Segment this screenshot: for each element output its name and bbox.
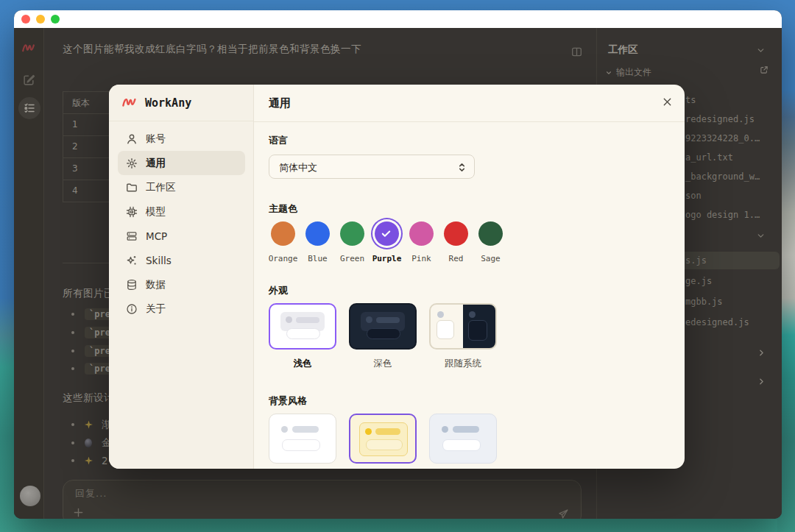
file-item[interactable]: a_url.txt bbox=[685, 152, 733, 163]
zoom-window-button[interactable] bbox=[51, 15, 60, 24]
chevron-down-icon[interactable] bbox=[756, 46, 766, 55]
toggle-panel-icon[interactable] bbox=[571, 46, 582, 57]
chip-icon bbox=[126, 206, 138, 218]
nav-item-data[interactable]: 数据 bbox=[118, 272, 245, 297]
file-item[interactable]: s.js bbox=[685, 255, 707, 266]
tasks-icon-background[interactable] bbox=[18, 97, 40, 119]
appearance-system-card[interactable] bbox=[429, 303, 497, 350]
nav-item-general[interactable]: 通用 bbox=[118, 151, 245, 175]
settings-modal: WorkAny 账号 通用 bbox=[109, 85, 685, 469]
close-window-button[interactable] bbox=[21, 15, 30, 24]
output-files-section[interactable]: 输出文件 bbox=[605, 66, 651, 79]
workany-logo-icon bbox=[21, 43, 38, 54]
appearance-option-light[interactable]: 浅色 bbox=[269, 358, 336, 370]
chevron-down-icon[interactable] bbox=[756, 231, 766, 241]
database-icon bbox=[126, 279, 138, 291]
send-icon[interactable] bbox=[558, 508, 569, 519]
language-label: 语言 bbox=[269, 134, 288, 147]
appearance-option-system[interactable]: 跟随系统 bbox=[429, 358, 497, 370]
task-list-icon bbox=[24, 102, 35, 114]
swatch-purple-selected[interactable]: Purple bbox=[370, 221, 404, 263]
chevron-right-icon[interactable] bbox=[757, 377, 766, 386]
folder-icon bbox=[126, 182, 138, 194]
nav-item-skills[interactable]: Skills bbox=[118, 248, 245, 272]
file-item[interactable]: _background_w… bbox=[685, 171, 760, 182]
swatch-red[interactable]: Red bbox=[439, 221, 473, 263]
dark-sphere-emoji bbox=[85, 439, 92, 447]
swatch-orange[interactable]: Orange bbox=[266, 221, 300, 263]
user-message: 这个图片能帮我改成红底白字吗？相当于把前景色和背景色换一下 bbox=[63, 43, 519, 56]
list-item: 金 bbox=[71, 436, 112, 450]
file-item[interactable]: ogo design 1.… bbox=[685, 210, 760, 220]
color-circle[interactable] bbox=[478, 221, 503, 246]
app-icon-sidebar bbox=[14, 28, 44, 519]
window-titlebar[interactable] bbox=[14, 10, 782, 28]
appearance-option-dark[interactable]: 深色 bbox=[349, 358, 417, 370]
table-header-cell: 版本 bbox=[63, 92, 110, 113]
theme-label: 主题色 bbox=[269, 202, 297, 216]
list-item: 2 bbox=[71, 455, 108, 467]
language-select[interactable]: 简体中文 bbox=[269, 155, 475, 179]
minimize-window-button[interactable] bbox=[36, 15, 45, 24]
gear-icon bbox=[126, 157, 138, 169]
swatch-blue[interactable]: Blue bbox=[300, 221, 335, 263]
external-link-icon[interactable] bbox=[760, 65, 768, 74]
file-item[interactable]: ge.js bbox=[685, 276, 712, 286]
bg-style-cool-card[interactable] bbox=[429, 414, 497, 464]
bullet-icon bbox=[71, 441, 74, 444]
color-circle[interactable] bbox=[305, 221, 330, 246]
file-item[interactable]: son bbox=[685, 191, 702, 201]
close-icon[interactable] bbox=[662, 96, 673, 107]
new-chat-icon[interactable] bbox=[23, 74, 35, 86]
appearance-dark-card[interactable] bbox=[349, 303, 417, 350]
nav-item-models[interactable]: 模型 bbox=[118, 199, 245, 224]
brand-row: WorkAny bbox=[109, 85, 253, 121]
nav-item-about[interactable]: 关于 bbox=[118, 297, 245, 321]
bullet-icon bbox=[71, 367, 74, 370]
settings-sidebar: WorkAny 账号 通用 bbox=[109, 85, 254, 469]
bullet-icon bbox=[71, 350, 74, 352]
assistant-text: 所有图片已 bbox=[63, 287, 114, 300]
color-circle[interactable] bbox=[444, 221, 468, 246]
nav-item-mcp[interactable]: MCP bbox=[118, 224, 245, 248]
workany-logo-icon bbox=[121, 97, 139, 108]
language-value: 简体中文 bbox=[279, 161, 317, 174]
select-updown-icon bbox=[457, 162, 467, 173]
bullet-icon bbox=[71, 331, 74, 334]
theme-swatches: Orange Blue Green bbox=[266, 221, 508, 263]
settings-nav: 账号 通用 工作区 bbox=[118, 127, 245, 321]
file-item[interactable]: ts bbox=[685, 95, 696, 105]
color-circle[interactable] bbox=[271, 221, 295, 246]
settings-content: 通用 语言 简体中文 主题色 Orange bbox=[254, 85, 685, 469]
settings-header: 通用 bbox=[254, 85, 685, 122]
reply-input[interactable]: 回复... bbox=[63, 480, 582, 519]
bg-style-warm-card-selected[interactable] bbox=[349, 414, 417, 464]
file-item[interactable]: 9223324228_0.… bbox=[685, 133, 760, 143]
color-circle[interactable] bbox=[340, 221, 364, 246]
swatch-pink[interactable]: Pink bbox=[404, 221, 439, 263]
nav-item-workspace[interactable]: 工作区 bbox=[118, 175, 245, 199]
info-icon bbox=[126, 303, 138, 315]
chevron-right-icon[interactable] bbox=[757, 348, 766, 358]
appearance-cards bbox=[269, 303, 497, 350]
user-avatar[interactable] bbox=[20, 486, 40, 506]
bg-style-plain-card[interactable] bbox=[269, 414, 336, 464]
file-item[interactable]: mgbb.js bbox=[685, 297, 723, 307]
appearance-label: 外观 bbox=[269, 284, 288, 297]
attach-plus-icon[interactable] bbox=[73, 507, 84, 518]
appearance-light-card[interactable] bbox=[269, 303, 336, 350]
file-item[interactable]: redesigned.js bbox=[685, 114, 755, 124]
page-title: 通用 bbox=[269, 96, 291, 110]
nav-item-account[interactable]: 账号 bbox=[118, 127, 245, 151]
color-circle[interactable] bbox=[409, 221, 434, 246]
color-circle[interactable] bbox=[375, 221, 399, 246]
server-icon bbox=[126, 230, 138, 242]
brand-name: WorkAny bbox=[145, 96, 191, 110]
assistant-text: 这些新设计 bbox=[63, 391, 114, 405]
sparkles-emoji bbox=[85, 457, 93, 465]
file-item[interactable]: edesigned.js bbox=[685, 317, 749, 327]
sparkles-emoji bbox=[85, 421, 93, 429]
swatch-sage[interactable]: Sage bbox=[473, 221, 508, 263]
swatch-green[interactable]: Green bbox=[335, 221, 370, 263]
user-icon bbox=[126, 133, 138, 145]
